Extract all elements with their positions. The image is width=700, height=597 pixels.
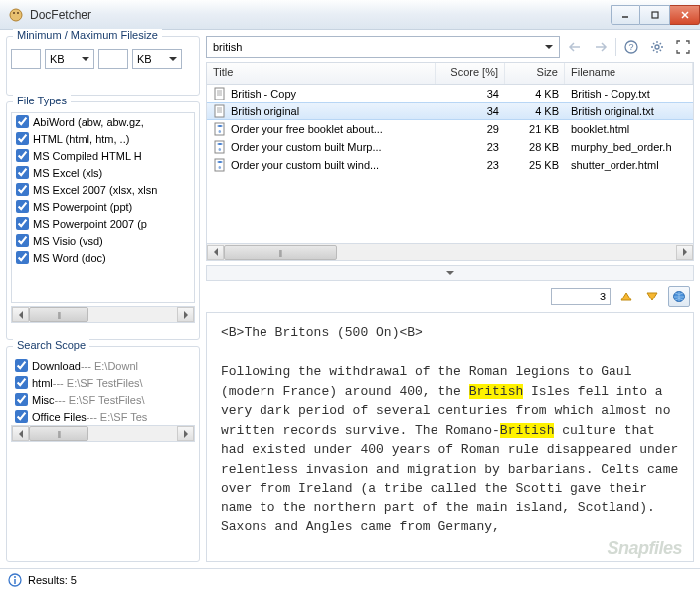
filetypes-list[interactable]: AbiWord (abw, abw.gz,HTML (html, htm, ..… <box>11 112 195 303</box>
filetypes-hscrollbar[interactable]: ||| <box>11 306 195 323</box>
chevron-down-icon <box>82 57 89 61</box>
scroll-right-button[interactable] <box>177 426 194 441</box>
filetype-label: HTML (html, htm, ..) <box>33 133 129 145</box>
next-occurrence-button[interactable] <box>642 287 662 306</box>
search-scope-group: Search Scope Download --- E:\Downlhtml -… <box>6 346 200 562</box>
settings-button[interactable] <box>646 36 668 58</box>
close-button[interactable] <box>670 5 700 25</box>
txt-file-icon <box>213 87 227 100</box>
filetype-item[interactable]: HTML (html, htm, ..) <box>12 130 194 147</box>
result-row[interactable]: British original 34 4 KB British origina… <box>207 102 693 120</box>
svg-marker-7 <box>19 311 23 319</box>
result-row[interactable]: eOrder your custom built wind... 23 25 K… <box>207 156 693 174</box>
filetype-item[interactable]: MS Powerpoint (ppt) <box>12 198 194 215</box>
maximize-button[interactable] <box>640 5 670 25</box>
filetype-checkbox[interactable] <box>16 115 29 128</box>
filetype-item[interactable]: MS Compiled HTML H <box>12 147 194 164</box>
filetype-item[interactable]: MS Powerpoint 2007 (p <box>12 215 194 232</box>
search-combobox[interactable]: british <box>206 36 560 58</box>
scope-checkbox[interactable] <box>15 376 28 389</box>
nav-back-button[interactable] <box>564 36 586 58</box>
scope-hscrollbar[interactable]: ||| <box>11 425 195 442</box>
chevron-down-icon <box>169 57 177 61</box>
search-scope-list[interactable]: Download --- E:\Downlhtml --- E:\SF Test… <box>11 357 195 425</box>
scope-item[interactable]: html --- E:\SF TestFiles\ <box>11 374 195 391</box>
fullscreen-button[interactable] <box>672 36 694 58</box>
scroll-right-button[interactable] <box>177 307 194 322</box>
results-hscrollbar[interactable]: ||| <box>207 243 693 260</box>
result-size: 4 KB <box>505 88 565 100</box>
chevron-down-icon <box>446 271 454 275</box>
filetype-item[interactable]: AbiWord (abw, abw.gz, <box>12 113 194 130</box>
scope-checkbox[interactable] <box>15 359 28 372</box>
app-icon <box>8 7 24 23</box>
filetype-item[interactable]: MS Visio (vsd) <box>12 232 194 249</box>
titlebar: DocFetcher <box>0 0 700 30</box>
minimize-button[interactable] <box>611 5 640 25</box>
col-title[interactable]: Title <box>207 63 436 84</box>
result-row[interactable]: eOrder your custom built Murp... 23 28 K… <box>207 138 693 156</box>
scroll-left-button[interactable] <box>207 245 224 260</box>
splitter-handle[interactable] <box>206 265 694 281</box>
min-filesize-unit-select[interactable]: KB <box>45 49 94 69</box>
info-icon <box>8 573 22 587</box>
result-size: 21 KB <box>505 123 565 135</box>
preview-pane[interactable]: <B>The Britons (500 On)<B>Following the … <box>206 312 694 562</box>
scope-item[interactable]: Download --- E:\Downl <box>11 357 195 374</box>
results-table[interactable]: Title Score [%] Size Filename British - … <box>206 62 694 261</box>
scroll-thumb[interactable]: ||| <box>224 245 337 260</box>
filetypes-group-label: File Types <box>13 95 71 106</box>
open-external-button[interactable] <box>668 286 690 307</box>
filetype-label: MS Excel (xls) <box>33 167 102 179</box>
prev-occurrence-button[interactable] <box>616 287 636 306</box>
html-file-icon: e <box>213 122 227 136</box>
min-filesize-input[interactable] <box>11 49 41 69</box>
filetype-checkbox[interactable] <box>16 166 29 179</box>
scroll-thumb[interactable]: ||| <box>29 307 88 322</box>
nav-forward-button[interactable] <box>590 36 612 58</box>
svg-marker-39 <box>647 293 657 300</box>
filetype-checkbox[interactable] <box>16 234 29 247</box>
scroll-left-button[interactable] <box>12 426 29 441</box>
filetype-checkbox[interactable] <box>16 200 29 213</box>
svg-text:e: e <box>219 164 222 170</box>
filetype-checkbox[interactable] <box>16 217 29 230</box>
filetype-checkbox[interactable] <box>16 149 29 162</box>
scope-name: Office Files <box>32 411 87 423</box>
filetype-item[interactable]: MS Excel (xls) <box>12 164 194 181</box>
result-row[interactable]: eOrder your free booklet about... 29 21 … <box>207 120 693 138</box>
result-filename: British original.txt <box>565 105 693 117</box>
scope-name: html <box>32 377 53 389</box>
scroll-right-button[interactable] <box>676 245 693 260</box>
filetype-checkbox[interactable] <box>16 132 29 145</box>
scroll-left-button[interactable] <box>12 307 29 322</box>
col-score[interactable]: Score [%] <box>436 63 505 84</box>
filetype-checkbox[interactable] <box>16 251 29 264</box>
filetype-item[interactable]: MS Excel 2007 (xlsx, xlsn <box>12 181 194 198</box>
scope-item[interactable]: Misc --- E:\SF TestFiles\ <box>11 391 195 408</box>
scroll-thumb[interactable]: ||| <box>29 426 88 441</box>
scope-checkbox[interactable] <box>15 393 28 406</box>
max-filesize-unit-select[interactable]: KB <box>132 49 182 69</box>
occurrence-count: 3 <box>551 288 611 305</box>
result-filename: British - Copy.txt <box>565 88 693 100</box>
max-filesize-input[interactable] <box>98 49 128 69</box>
result-title: Order your custom built wind... <box>231 159 379 171</box>
html-file-icon: e <box>213 158 227 172</box>
filetype-checkbox[interactable] <box>16 183 29 196</box>
result-row[interactable]: British - Copy 34 4 KB British - Copy.tx… <box>207 85 693 102</box>
help-button[interactable]: ? <box>620 36 642 58</box>
svg-point-0 <box>10 9 22 21</box>
scope-checkbox[interactable] <box>15 410 28 423</box>
status-bar: Results: 5 <box>0 568 700 590</box>
filetype-item[interactable]: MS Word (doc) <box>12 249 194 266</box>
search-scope-group-label: Search Scope <box>13 339 89 351</box>
svg-marker-37 <box>683 248 687 256</box>
result-title: Order your custom built Murp... <box>231 141 382 153</box>
col-filename[interactable]: Filename <box>565 63 693 84</box>
col-size[interactable]: Size <box>505 63 565 84</box>
scope-item[interactable]: Office Files --- E:\SF Tes <box>11 408 195 425</box>
result-score: 34 <box>436 88 505 100</box>
result-title: British original <box>231 105 299 117</box>
svg-marker-10 <box>184 430 188 438</box>
